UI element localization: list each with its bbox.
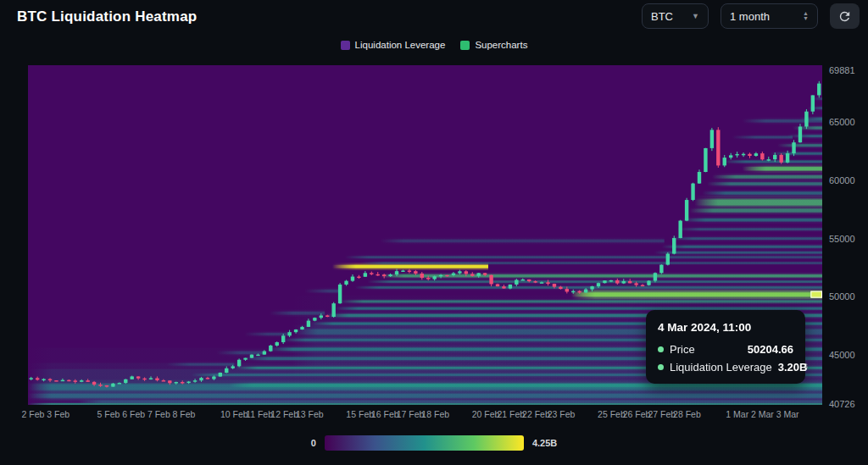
refresh-icon — [837, 9, 852, 24]
hover-tooltip: 4 Mar 2024, 11:00 Price 50204.66 Liquida… — [646, 310, 805, 384]
x-axis-label: 26 Feb — [623, 409, 651, 419]
legend-item-liquidation-leverage[interactable]: Liquidation Leverage — [341, 40, 446, 50]
x-axis-label: 12 Feb — [270, 409, 298, 419]
x-axis-label: 16 Feb — [371, 409, 399, 419]
chevron-down-icon: ▼ — [692, 13, 699, 20]
x-axis-label: 23 Feb — [548, 409, 576, 419]
price-value: 50204.66 — [748, 343, 793, 356]
x-axis-label: 22 Feb — [522, 409, 550, 419]
y-axis-label: 40726 — [829, 399, 855, 409]
legend-label: Supercharts — [475, 40, 527, 50]
colorbar-max-label: 4.25B — [532, 438, 557, 448]
tooltip-timestamp: 4 Mar 2024, 11:00 — [658, 321, 793, 334]
legend-item-supercharts[interactable]: Supercharts — [460, 40, 527, 50]
x-axis-label: 18 Feb — [421, 409, 449, 419]
liquidation-leverage-swatch — [341, 41, 350, 50]
x-axis-label: 20 Feb — [472, 409, 500, 419]
x-axis-label: 3 Feb — [47, 409, 70, 419]
y-axis-label: 45000 — [829, 350, 855, 360]
y-axis-label: 65000 — [829, 117, 855, 127]
x-axis-label: 8 Feb — [173, 409, 196, 419]
y-axis-label: 50000 — [829, 291, 855, 302]
x-axis-label: 10 Feb — [220, 409, 248, 419]
x-axis-label: 6 Feb — [122, 409, 145, 419]
x-axis-label: 15 Feb — [346, 409, 374, 419]
y-axis-label: 55000 — [829, 234, 855, 244]
y-axis-label: 69881 — [829, 65, 855, 75]
x-axis-label: 1 Mar — [726, 409, 748, 419]
colorbar-min-label: 0 — [311, 438, 316, 448]
leverage-value: 3.20B — [778, 361, 808, 374]
price-dot-icon — [658, 346, 664, 352]
x-axis-label: 2 Mar — [751, 409, 774, 419]
x-axis-label: 11 Feb — [246, 409, 273, 419]
y-axis-label: 60000 — [829, 175, 855, 185]
x-axis-label: 27 Feb — [648, 409, 676, 419]
x-axis-label: 13 Feb — [296, 409, 324, 419]
legend-label: Liquidation Leverage — [355, 40, 446, 50]
colorbar-gradient — [325, 435, 524, 451]
x-axis-label: 3 Mar — [776, 409, 799, 419]
x-axis-label: 21 Feb — [497, 409, 525, 419]
page-title: BTC Liquidation Heatmap — [17, 8, 197, 25]
symbol-select[interactable]: BTC ▼ — [642, 3, 709, 29]
tooltip-row-leverage: Liquidation Leverage 3.20B — [658, 361, 793, 374]
up-down-spinner-icon: ▲▼ — [803, 11, 809, 21]
refresh-button[interactable] — [830, 3, 860, 29]
symbol-select-value: BTC — [651, 10, 673, 23]
x-axis-label: 5 Feb — [97, 409, 120, 419]
timeframe-select[interactable]: 1 month ▲▼ — [721, 3, 818, 29]
x-axis-label: 7 Feb — [147, 409, 170, 419]
timeframe-select-value: 1 month — [730, 10, 770, 23]
colorbar: 0 4.25B — [0, 435, 868, 451]
supercharts-swatch — [460, 41, 470, 50]
header-controls: BTC ▼ 1 month ▲▼ — [642, 3, 860, 29]
x-axis-label: 17 Feb — [397, 409, 425, 419]
x-axis-label: 2 Feb — [22, 409, 45, 419]
x-axis-label: 28 Feb — [673, 409, 701, 419]
tooltip-row-price: Price 50204.66 — [658, 343, 793, 356]
leverage-dot-icon — [658, 364, 664, 370]
legend: Liquidation Leverage Supercharts — [0, 40, 868, 50]
x-axis-label: 25 Feb — [598, 409, 626, 419]
